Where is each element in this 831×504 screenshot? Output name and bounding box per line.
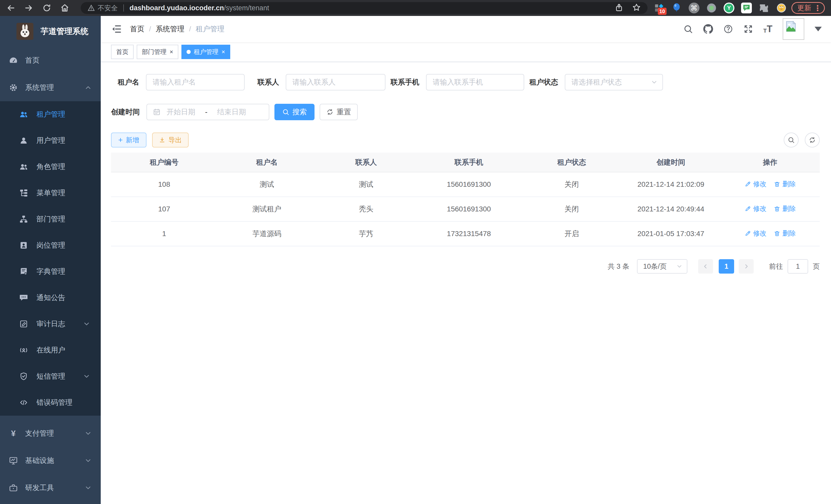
browser-menu-icon[interactable]: ⋮	[814, 4, 822, 12]
breadcrumb-separator: /	[149, 25, 151, 33]
sidebar-item-dict[interactable]: 字典管理	[0, 259, 101, 285]
cell-status: 开启	[522, 221, 621, 246]
url-bar[interactable]: 不安全 dashboard.yudao.iocoder.cn/system/te…	[81, 2, 648, 14]
sidebar-item-post[interactable]: 岗位管理	[0, 232, 101, 259]
edit-link[interactable]: 修改	[744, 180, 767, 188]
page-size-select[interactable]: 10条/页	[637, 259, 687, 274]
sidebar-item-tenant[interactable]: 租户管理	[0, 101, 101, 127]
sidebar-item-menu[interactable]: 菜单管理	[0, 180, 101, 206]
delete-link[interactable]: 删除	[774, 229, 796, 238]
toggle-search-button[interactable]	[784, 132, 799, 147]
extension-y-icon[interactable]: Y	[724, 3, 735, 13]
browser-forward-icon[interactable]	[24, 3, 33, 12]
badge-icon	[19, 241, 28, 250]
edit-link[interactable]: 修改	[744, 229, 767, 238]
add-button[interactable]: + 新增	[111, 132, 146, 147]
trash-icon	[774, 181, 780, 187]
sidebar-item-system[interactable]: 系统管理	[0, 74, 101, 101]
header-search-icon[interactable]	[683, 24, 693, 34]
breadcrumb-home[interactable]: 首页	[130, 24, 144, 34]
not-secure-label[interactable]: 不安全	[98, 4, 118, 12]
mobile-label: 联系手机	[391, 77, 419, 87]
date-range-picker[interactable]: 开始日期 - 结束日期	[146, 104, 269, 120]
font-size-icon[interactable]: TT	[764, 24, 772, 34]
contact-input[interactable]	[286, 74, 385, 90]
sidebar-item-error-code[interactable]: 错误码管理	[0, 389, 101, 416]
help-icon[interactable]	[723, 24, 733, 34]
mobile-input[interactable]	[426, 74, 524, 90]
code-icon	[19, 398, 28, 407]
share-icon[interactable]	[614, 3, 623, 13]
audit-log-icon	[19, 319, 28, 329]
sidebar-item-home[interactable]: 首页	[0, 47, 101, 74]
delete-link[interactable]: 删除	[774, 180, 796, 188]
browser-back-icon[interactable]	[6, 3, 16, 12]
refresh-table-button[interactable]	[805, 132, 820, 147]
search-button[interactable]: 搜索	[275, 104, 315, 120]
sidebar-item-sms[interactable]: 短信管理	[0, 363, 101, 389]
extension-balloon-icon[interactable]	[671, 3, 682, 13]
logo-rabbit-image	[17, 23, 33, 40]
roles-icon	[19, 162, 28, 171]
sidebar-item-online-users[interactable]: 在线用户	[0, 337, 101, 363]
avatar-caret-icon[interactable]	[814, 27, 822, 31]
breadcrumb-system[interactable]: 系统管理	[156, 24, 184, 34]
close-icon[interactable]: ×	[170, 48, 173, 56]
sidebar-collapse-icon[interactable]	[111, 24, 122, 34]
next-page-button[interactable]	[739, 259, 754, 274]
search-icon	[787, 137, 795, 144]
tenant-name-input[interactable]	[146, 74, 245, 90]
extension-record-icon[interactable]	[706, 3, 717, 13]
app-title: 芋道管理系统	[40, 26, 88, 37]
github-icon[interactable]	[703, 24, 713, 34]
sidebar-item-role[interactable]: 角色管理	[0, 154, 101, 180]
edit-link[interactable]: 修改	[744, 204, 767, 213]
gear-icon	[9, 83, 18, 92]
browser-reload-icon[interactable]	[42, 3, 51, 12]
avatar[interactable]	[783, 18, 804, 40]
cell-created: 2021-12-14 21:02:09	[621, 172, 720, 197]
tab-dept[interactable]: 部门管理 ×	[137, 45, 178, 59]
page-url[interactable]: dashboard.yudao.iocoder.cn/system/tenant	[130, 4, 269, 12]
sidebar-item-user[interactable]: 用户管理	[0, 127, 101, 154]
current-page[interactable]: 1	[719, 259, 734, 274]
cell-status: 关闭	[522, 197, 621, 221]
browser-update-button[interactable]: 更新 ⋮	[792, 2, 825, 14]
extensions-puzzle-icon[interactable]	[758, 3, 769, 13]
extension-chat-icon[interactable]	[741, 3, 752, 13]
status-select[interactable]: 请选择租户状态	[565, 74, 663, 90]
goto-label: 前往	[769, 262, 783, 271]
date-start-placeholder[interactable]: 开始日期	[167, 107, 195, 117]
goto-page-input[interactable]	[787, 259, 808, 274]
prev-page-button[interactable]	[698, 259, 713, 274]
reset-button[interactable]: 重置	[320, 104, 358, 120]
not-secure-warning-icon	[87, 4, 95, 12]
plus-icon: +	[118, 136, 123, 144]
sidebar-item-label: 在线用户	[36, 345, 65, 355]
bookmark-star-icon[interactable]	[632, 3, 641, 13]
close-icon[interactable]: ×	[222, 48, 225, 56]
delete-link[interactable]: 删除	[774, 204, 796, 213]
sidebar-item-notice[interactable]: 通知公告	[0, 285, 101, 311]
sidebar-item-audit-log[interactable]: 审计日志	[0, 311, 101, 337]
export-button[interactable]: 导出	[152, 132, 189, 147]
tab-home[interactable]: 首页	[111, 45, 134, 59]
cell-tenant-id: 107	[111, 197, 218, 221]
extension-command-icon[interactable]: ⌘	[689, 3, 699, 13]
sidebar-item-dept[interactable]: 部门管理	[0, 206, 101, 232]
sidebar-item-label: 短信管理	[36, 372, 65, 381]
browser-home-icon[interactable]	[60, 3, 69, 12]
fullscreen-icon[interactable]	[743, 24, 753, 34]
chevron-down-icon	[83, 373, 90, 380]
tab-tenant[interactable]: 租户管理 ×	[181, 45, 230, 59]
profile-avatar-icon[interactable]	[776, 3, 787, 13]
sidebar-item-payment[interactable]: ¥ 支付管理	[0, 420, 101, 447]
cell-actions: 修改删除	[720, 197, 820, 221]
broken-image-icon	[784, 20, 798, 33]
sidebar-item-devtools[interactable]: 研发工具	[0, 474, 101, 501]
sidebar-item-infra[interactable]: 基础设施	[0, 447, 101, 474]
cell-status: 关闭	[522, 172, 621, 197]
extension-blocks-icon[interactable]: 10	[654, 3, 664, 13]
sidebar-item-label: 审计日志	[36, 319, 65, 329]
date-end-placeholder[interactable]: 结束日期	[217, 107, 246, 117]
